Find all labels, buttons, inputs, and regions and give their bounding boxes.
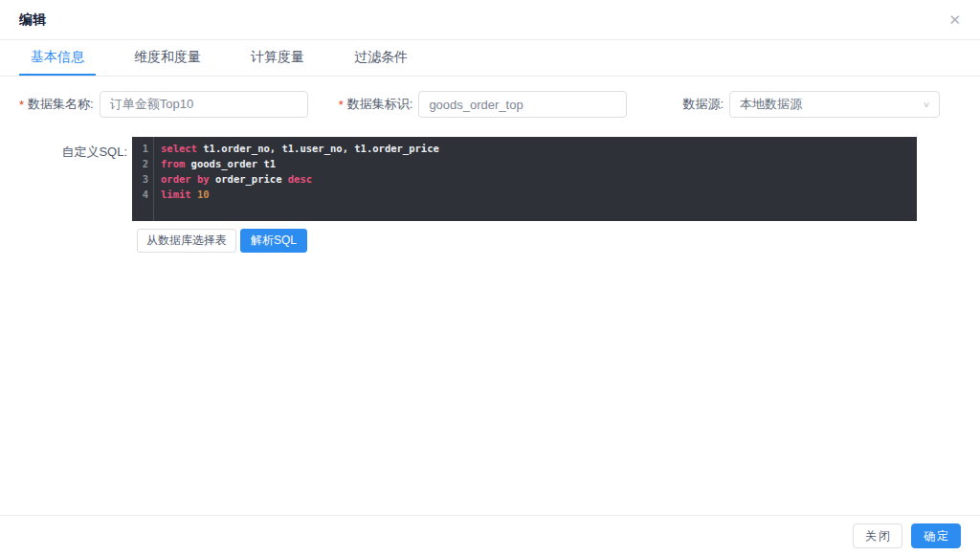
custom-sql-row: 自定义SQL: 1234 select t1.order_no, t1.user… [0, 137, 980, 221]
tabs-bar: 基本信息 维度和度量 计算度量 过滤条件 [0, 40, 980, 77]
parse-sql-button[interactable]: 解析SQL [240, 229, 307, 253]
datasource-selected-value: 本地数据源 [740, 96, 802, 113]
datasource-select[interactable]: 本地数据源 ∨ [729, 91, 940, 118]
dataset-code-label: 数据集标识: [347, 96, 413, 113]
line-number: 4 [132, 187, 148, 202]
dataset-form-row: * 数据集名称: * 数据集标识: 数据源: 本地数据源 ∨ [19, 91, 961, 118]
tab-calculated-measures[interactable]: 计算度量 [239, 40, 316, 76]
tab-filter-conditions[interactable]: 过滤条件 [343, 40, 419, 76]
confirm-button[interactable]: 确定 [911, 523, 961, 548]
custom-sql-label: 自定义SQL: [0, 137, 132, 221]
code-line: order by order_price desc [161, 171, 439, 187]
sql-code: select t1.order_no, t1.user_no, t1.order… [154, 137, 439, 221]
close-button[interactable]: 关闭 [853, 523, 902, 548]
dataset-name-item: * 数据集名称: [19, 91, 308, 118]
edit-dataset-dialog: 编辑 ✕ 基本信息 维度和度量 计算度量 过滤条件 * 数据集名称: * 数据集… [0, 0, 980, 556]
datasource-item: 数据源: 本地数据源 ∨ [682, 91, 940, 118]
dialog-header: 编辑 ✕ [0, 0, 980, 40]
dataset-name-label: 数据集名称: [28, 96, 94, 113]
code-line: from goods_order t1 [161, 156, 439, 171]
dataset-code-input[interactable] [418, 91, 627, 118]
dataset-name-input[interactable] [100, 91, 308, 118]
tab-dimensions-measures[interactable]: 维度和度量 [122, 40, 212, 76]
sql-buttons-row: 从数据库选择表 解析SQL [137, 229, 980, 253]
sql-gutter: 1234 [132, 137, 154, 221]
dialog-title: 编辑 [19, 11, 46, 29]
code-line: limit 10 [161, 187, 439, 202]
close-icon[interactable]: ✕ [948, 12, 961, 27]
required-asterisk: * [339, 98, 344, 112]
line-number: 1 [132, 141, 148, 156]
line-number: 2 [132, 156, 148, 171]
datasource-label: 数据源: [682, 96, 724, 113]
line-number: 3 [132, 171, 148, 187]
code-line: select t1.order_no, t1.user_no, t1.order… [161, 141, 439, 156]
select-table-from-db-button[interactable]: 从数据库选择表 [137, 229, 236, 253]
dialog-footer: 关闭 确定 [0, 515, 980, 556]
chevron-down-icon: ∨ [923, 100, 930, 109]
tab-basic-info[interactable]: 基本信息 [19, 40, 96, 76]
dataset-code-item: * 数据集标识: [339, 91, 628, 118]
sql-editor[interactable]: 1234 select t1.order_no, t1.user_no, t1.… [132, 137, 917, 221]
required-asterisk: * [19, 98, 24, 112]
